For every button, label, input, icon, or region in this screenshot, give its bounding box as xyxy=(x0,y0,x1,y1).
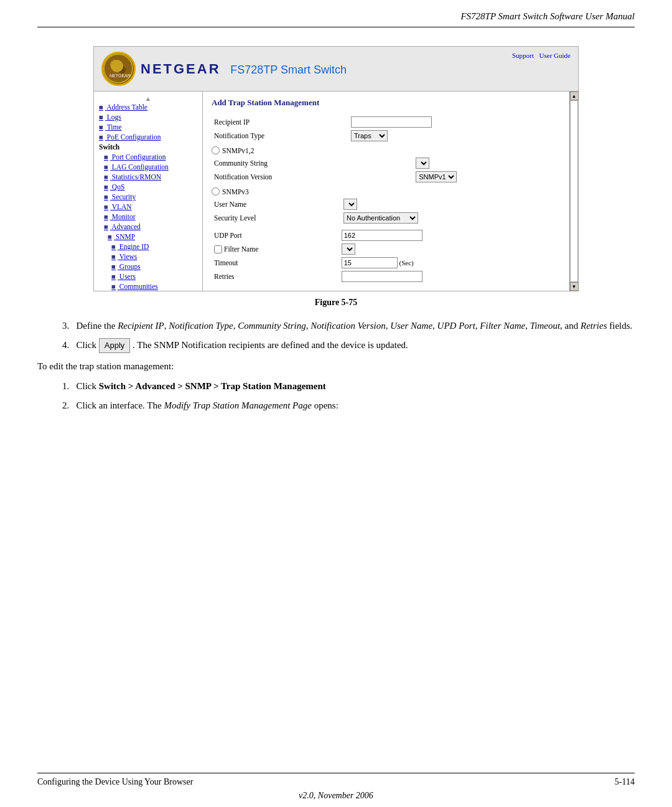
bullet: ■ xyxy=(111,283,116,290)
sidebar-item-port-config[interactable]: ■ Port Configuration xyxy=(94,152,202,162)
sidebar-item-security[interactable]: ■ Security xyxy=(94,192,202,202)
community-string-row: Community String xyxy=(212,156,561,170)
user-name-select[interactable] xyxy=(343,199,357,210)
svg-point-2 xyxy=(118,66,126,73)
panel-title: Add Trap Station Management xyxy=(212,98,561,108)
filter-name-select[interactable] xyxy=(342,243,355,255)
edit-step-1-number: 1. xyxy=(62,381,74,391)
scroll-up-arrow[interactable]: ▲ xyxy=(570,92,579,100)
sidebar-label: Time xyxy=(107,123,122,131)
scroll-track[interactable] xyxy=(570,100,578,282)
filter-name-checkbox-label: Filter Name xyxy=(214,245,337,253)
svg-text:NETGEAR: NETGEAR xyxy=(110,73,131,78)
apply-button[interactable]: Apply xyxy=(99,338,131,353)
bullet: ■ xyxy=(108,233,112,240)
udp-port-input[interactable] xyxy=(342,230,422,241)
scroll-up-indicator: ▲ xyxy=(94,95,202,102)
retries-label: Retries xyxy=(212,270,339,283)
form-table: Recipient IP Notification Type Traps Inf… xyxy=(212,115,561,143)
instruction-list: 3. Define the Recipient IP, Notification… xyxy=(62,319,635,353)
retries-input[interactable] xyxy=(342,271,422,282)
sidebar-item-poe[interactable]: ■ PoE Configuration xyxy=(94,132,202,142)
notification-version-row: Notification Version SNMPv1 SNMPv2 xyxy=(212,170,561,184)
edit-step-2: 2. Click an interface. The Modify Trap S… xyxy=(62,399,635,413)
sidebar-item-time[interactable]: ■ Time xyxy=(94,122,202,132)
sidebar-label: Groups xyxy=(119,263,141,270)
sidebar-label: QoS xyxy=(112,183,124,191)
sidebar-label: Communities xyxy=(119,283,158,290)
sidebar-item-switch: Switch xyxy=(94,142,202,152)
sidebar-item-monitor[interactable]: ■ Monitor xyxy=(94,212,202,222)
ng-body-wrapper: ▲ ■ Address Table ■ Logs ■ Time ■ xyxy=(94,92,578,291)
recipient-ip-row: Recipient IP xyxy=(212,115,561,129)
user-guide-link[interactable]: User Guide xyxy=(539,52,571,59)
svg-point-1 xyxy=(110,60,120,70)
scroll-down-arrow[interactable]: ▼ xyxy=(570,282,579,291)
bullet: ■ xyxy=(99,123,103,131)
footer-rule xyxy=(37,773,635,773)
recipient-ip-input[interactable] xyxy=(351,116,432,128)
community-string-select[interactable] xyxy=(416,158,429,169)
support-link[interactable]: Support xyxy=(512,52,534,59)
notification-version-select[interactable]: SNMPv1 SNMPv2 xyxy=(416,171,457,182)
notification-type-label: Notification Type xyxy=(212,129,348,143)
security-level-select[interactable]: No Authentication Authentication xyxy=(343,212,418,224)
bullet: ■ xyxy=(99,113,103,121)
snmpv3-radio-label: SNMPv3 xyxy=(212,187,561,196)
sidebar-label: Monitor xyxy=(112,213,136,220)
sidebar-label: Views xyxy=(119,253,138,260)
footer-version: v2.0, November 2006 xyxy=(299,791,373,800)
sidebar-item-users[interactable]: ■ Users xyxy=(94,271,202,281)
sidebar-item-lag-config[interactable]: ■ LAG Configuration xyxy=(94,162,202,172)
user-name-row: User Name xyxy=(212,197,561,211)
sidebar-item-advanced[interactable]: ■ Advanced xyxy=(94,222,202,232)
snmpv12-section: SNMPv1,2 Community String xyxy=(212,146,561,184)
footer-content: Configuring the Device Using Your Browse… xyxy=(37,777,635,791)
edit-step-1-text: Click Switch > Advanced > SNMP > Trap St… xyxy=(77,381,326,391)
snmpv12-radio[interactable] xyxy=(212,146,220,154)
timeout-row: Timeout (Sec) xyxy=(212,256,561,270)
sidebar-item-logs[interactable]: ■ Logs xyxy=(94,112,202,122)
bullet: ■ xyxy=(104,183,108,191)
sidebar-item-stats[interactable]: ■ Statistics/RMON xyxy=(94,172,202,182)
ng-body-content: ▲ ■ Address Table ■ Logs ■ Time ■ xyxy=(94,92,569,291)
sidebar-item-views[interactable]: ■ Views xyxy=(94,252,202,262)
snmpv3-radio[interactable] xyxy=(212,187,220,196)
ng-main-panel: Add Trap Station Management Recipient IP… xyxy=(203,92,569,291)
sidebar-item-engine-id[interactable]: ■ Engine ID xyxy=(94,242,202,252)
filter-name-checkbox[interactable] xyxy=(214,245,222,253)
sidebar-label: Logs xyxy=(107,113,121,121)
bullet: ■ xyxy=(104,163,108,171)
figure-caption: Figure 5-75 xyxy=(37,298,635,308)
ng-sidebar[interactable]: ▲ ■ Address Table ■ Logs ■ Time ■ xyxy=(94,92,203,291)
ng-header-bar: NETGEAR NETGEAR FS728TP Smart Switch Sup… xyxy=(94,47,578,92)
sidebar-item-communities[interactable]: ■ Communities xyxy=(94,281,202,291)
lower-form: UDP Port Filter Name xyxy=(212,229,561,283)
footer-center: v2.0, November 2006 xyxy=(37,791,635,807)
sidebar-item-address-table[interactable]: ■ Address Table xyxy=(94,102,202,112)
timeout-unit: (Sec) xyxy=(399,259,414,267)
sidebar-label: LAG Configuration xyxy=(112,163,169,171)
sidebar-item-groups[interactable]: ■ Groups xyxy=(94,262,202,271)
bullet: ■ xyxy=(104,153,108,161)
page-header: FS728TP Smart Switch Software User Manua… xyxy=(0,0,672,27)
sidebar-item-vlan[interactable]: ■ VLAN xyxy=(94,202,202,212)
sidebar-item-qos[interactable]: ■ QoS xyxy=(94,182,202,192)
product-text: FS728TP Smart Switch xyxy=(230,64,347,76)
scrollbar-vertical[interactable]: ▲ ▼ xyxy=(569,92,578,291)
community-string-label: Community String xyxy=(212,156,413,170)
filter-name-label: Filter Name xyxy=(212,242,339,256)
bullet: ■ xyxy=(99,103,103,111)
page-footer: Configuring the Device Using Your Browse… xyxy=(0,773,672,807)
snmpv12-radio-label: SNMPv1,2 xyxy=(212,146,561,154)
sidebar-label: Statistics/RMON xyxy=(112,173,161,181)
notification-type-select[interactable]: Traps Informs xyxy=(351,130,388,141)
bullet: ■ xyxy=(104,193,108,201)
timeout-input[interactable] xyxy=(342,257,398,268)
sidebar-label: Advanced xyxy=(111,223,141,230)
sidebar-label: Users xyxy=(119,273,136,280)
notification-version-label: Notification Version xyxy=(212,170,413,184)
sidebar-item-snmp[interactable]: ■ SNMP xyxy=(94,232,202,242)
manual-title: FS728TP Smart Switch Software User Manua… xyxy=(460,11,635,21)
snmpv3-label: SNMPv3 xyxy=(222,188,249,196)
